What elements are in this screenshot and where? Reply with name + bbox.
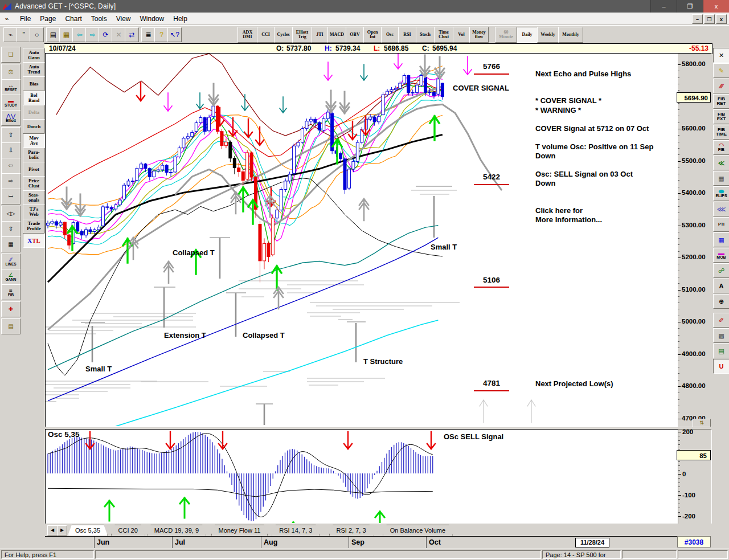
- tab-scroll-right[interactable]: ▶: [57, 525, 67, 536]
- arrow-right-icon[interactable]: ⇨: [1, 173, 21, 189]
- mdi-child-icon[interactable]: ⌁: [3, 15, 11, 23]
- pti-icon[interactable]: PTI: [713, 217, 729, 232]
- trendlines-icon[interactable]: ∕∕∕: [713, 79, 729, 93]
- fib-extension-icon[interactable]: FIBEXT: [713, 109, 729, 124]
- oscillator-pane[interactable]: [45, 429, 678, 525]
- menu-file[interactable]: File: [15, 14, 35, 24]
- mdi-restore-button[interactable]: ❐: [704, 14, 715, 24]
- study-auto-gann[interactable]: AutoGann: [23, 48, 45, 63]
- menu-window[interactable]: Window: [136, 14, 169, 24]
- notes-icon[interactable]: ▤: [713, 344, 729, 358]
- properties-icon[interactable]: ▤: [1, 318, 21, 334]
- mdi-close-button[interactable]: x: [716, 14, 727, 24]
- study-bol-band[interactable]: BolBand: [23, 91, 45, 105]
- indicator-cycles[interactable]: Cycles: [274, 27, 293, 43]
- indicator-adx-dmi[interactable]: ADXDMI: [237, 27, 257, 43]
- scales-icon[interactable]: ⚖: [1, 64, 21, 80]
- annotation-more-info[interactable]: More Information...: [535, 215, 602, 224]
- delete-chart-icon[interactable]: ✕: [112, 27, 126, 42]
- tab-rsi-2-7-3[interactable]: RSI 2, 7, 3: [329, 525, 374, 536]
- pitchfork-icon[interactable]: ⋘: [713, 202, 729, 216]
- fib-icon[interactable]: ≡FIB: [1, 284, 21, 300]
- restore-button[interactable]: ❐: [677, 0, 703, 13]
- fib-time-icon[interactable]: FIBTIME: [713, 125, 729, 140]
- gann-icon[interactable]: ∠GANN: [1, 269, 21, 285]
- regression-icon[interactable]: ☍: [713, 263, 729, 278]
- period-weekly[interactable]: Weekly: [537, 27, 559, 43]
- help-icon[interactable]: ?: [154, 27, 169, 42]
- study-mov-ave[interactable]: MovAve: [23, 133, 45, 148]
- marker-icon[interactable]: ✐: [713, 313, 729, 328]
- pattern-icon[interactable]: ▩: [713, 328, 729, 343]
- grid-tool-icon[interactable]: ▦: [713, 171, 729, 186]
- study-pivot[interactable]: Pivot: [23, 162, 45, 177]
- tab-macd-19-39-9[interactable]: MACD 19, 39, 9: [147, 525, 206, 536]
- lines-icon[interactable]: ∕∕LINES: [1, 254, 21, 269]
- study-trade-profile[interactable]: TradeProfile: [23, 219, 45, 234]
- study-donch[interactable]: Donch: [23, 119, 45, 134]
- save-icon[interactable]: ▦: [59, 27, 73, 42]
- tab-osc-5-35[interactable]: Osc 5,35: [68, 525, 108, 536]
- study-delta[interactable]: Delta: [23, 105, 45, 120]
- indicator-stoch[interactable]: Stoch: [416, 27, 435, 43]
- transfer-icon[interactable]: ⇄: [125, 27, 139, 42]
- elliott-icon[interactable]: ⋀⋁Elliott: [1, 110, 21, 126]
- back-icon[interactable]: ⇦: [72, 27, 87, 42]
- refresh-chart-icon[interactable]: ⟳: [99, 27, 113, 42]
- period-60-minute[interactable]: 60Minute: [495, 27, 517, 43]
- period-daily[interactable]: Daily: [517, 27, 538, 43]
- menu-help[interactable]: Help: [169, 14, 192, 24]
- close-button[interactable]: x: [703, 0, 729, 13]
- forward-icon[interactable]: ⇨: [85, 27, 100, 42]
- study-icon[interactable]: ▬STUDY: [1, 95, 21, 111]
- study-auto-trend[interactable]: AutoTrend: [23, 62, 45, 77]
- menu-tools[interactable]: Tools: [87, 14, 112, 24]
- open-folder-icon[interactable]: ❏: [1, 47, 21, 63]
- tab-on-balance-volume[interactable]: On Balance Volume: [383, 525, 453, 536]
- grid-icon[interactable]: ▦: [1, 236, 21, 252]
- split-icon[interactable]: ⇳: [1, 221, 21, 237]
- menu-view[interactable]: View: [112, 14, 136, 24]
- indicator-macd[interactable]: MACD: [327, 27, 346, 43]
- reset-icon[interactable]: ↔RESET: [1, 79, 21, 95]
- indicator-osc[interactable]: Osc: [381, 27, 399, 43]
- close-drawing-icon[interactable]: ✕: [713, 48, 729, 63]
- arrow-up-icon[interactable]: ⇧: [1, 127, 21, 143]
- print-icon[interactable]: ≣: [141, 27, 155, 42]
- indicator-jti[interactable]: JTI: [312, 27, 328, 43]
- ellipse-icon[interactable]: ⬬ELIPS: [713, 186, 729, 201]
- arrow-down-icon[interactable]: ⇩: [1, 142, 21, 158]
- bar-spacing-icon[interactable]: 𝄩: [1, 189, 21, 205]
- indicator-obv[interactable]: OBV: [346, 27, 364, 43]
- zoom-in-icon[interactable]: ⊕: [713, 294, 729, 309]
- tab-cci-20[interactable]: CCI 20: [111, 525, 145, 536]
- arrow-left-icon[interactable]: ⇦: [1, 158, 21, 174]
- menu-page[interactable]: Page: [35, 14, 60, 24]
- search-icon[interactable]: ○: [30, 27, 44, 42]
- indicator-rsi[interactable]: RSI: [398, 27, 416, 43]
- mob-icon[interactable]: ▬MOB: [713, 248, 729, 263]
- quotes-icon[interactable]: ”: [17, 27, 31, 42]
- magnet-icon[interactable]: U: [713, 359, 729, 374]
- new-chart-icon[interactable]: ▤: [46, 27, 60, 42]
- tab-money-flow-11[interactable]: Money Flow 11: [211, 525, 268, 536]
- context-help-icon[interactable]: ↖?: [167, 27, 182, 42]
- fan-lines-icon[interactable]: ≪: [713, 156, 729, 170]
- main-chart-area[interactable]: [45, 53, 678, 428]
- indicator-elliott-trig[interactable]: ElliottTrig: [292, 27, 312, 43]
- fib-retracement-icon[interactable]: FIBRET: [713, 94, 729, 109]
- indicator-open-int[interactable]: OpenInt: [363, 27, 382, 43]
- compress-icon[interactable]: ◁▷: [1, 206, 21, 222]
- pin-icon[interactable]: ⌁: [3, 27, 18, 42]
- crosshair-icon[interactable]: ✚: [1, 301, 21, 317]
- study-bias[interactable]: Bias: [23, 76, 45, 91]
- indicator-vol[interactable]: Vol: [453, 27, 470, 43]
- mdi-minimize-button[interactable]: –: [692, 14, 703, 24]
- pencil-icon[interactable]: ✎: [713, 63, 729, 78]
- fib-circle-icon[interactable]: ◠FIB: [713, 140, 729, 155]
- oscillator-axis[interactable]: 2001000-100-200: [678, 429, 712, 534]
- study-seas--onals[interactable]: Seas-onals: [23, 190, 45, 205]
- tab-scroll-left[interactable]: ◀: [47, 525, 58, 536]
- tab-rsi-14-7-3[interactable]: RSI 14, 7, 3: [272, 525, 320, 536]
- menu-chart[interactable]: Chart: [60, 14, 86, 24]
